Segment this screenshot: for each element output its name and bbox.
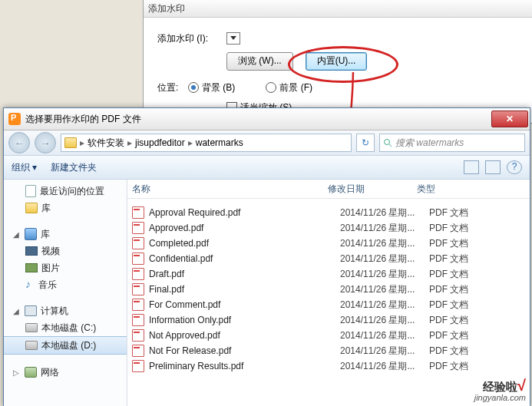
pdf-icon xyxy=(132,206,144,219)
file-name: Draft.pdf xyxy=(149,269,340,279)
tree-libraries-root[interactable]: ◢库 xyxy=(4,226,127,243)
video-icon xyxy=(25,246,38,256)
file-row[interactable]: Approval Required.pdf2014/11/26 星期...PDF… xyxy=(127,205,530,220)
pdf-icon xyxy=(132,268,144,280)
library-icon xyxy=(25,228,37,240)
tree-pictures[interactable]: 图片 xyxy=(4,259,127,276)
col-date[interactable]: 修改日期 xyxy=(328,183,417,196)
file-type: PDF 文档 xyxy=(429,268,491,281)
file-name: Information Only.pdf xyxy=(149,315,340,325)
file-date: 2014/11/26 星期... xyxy=(340,268,429,281)
pdf-icon xyxy=(132,222,144,234)
tree-network[interactable]: ▷网络 xyxy=(4,364,127,381)
tree-recent[interactable]: 最近访问的位置 xyxy=(4,183,127,200)
nav-bar: ← → ▸ 软件安装 ▸ jisupdfeditor ▸ watermarks … xyxy=(4,130,530,156)
chevron-right-icon[interactable]: ▸ xyxy=(78,137,86,148)
file-type: PDF 文档 xyxy=(429,222,491,235)
pdf-icon xyxy=(132,314,144,326)
background-radio[interactable] xyxy=(188,82,199,93)
tree-libraries[interactable]: 库 xyxy=(4,200,127,216)
network-icon xyxy=(25,367,37,378)
position-label: 位置: xyxy=(157,81,188,94)
file-name: Approval Required.pdf xyxy=(149,207,340,218)
site-watermark: 经验啦√ jingyanla.com xyxy=(474,380,526,403)
file-date: 2014/11/26 星期... xyxy=(340,299,429,312)
file-dialog-titlebar[interactable]: 选择要用作水印的 PDF 文件 ✕ xyxy=(4,108,530,130)
tree-drive-d[interactable]: 本地磁盘 (D:) xyxy=(4,336,127,355)
computer-icon xyxy=(25,305,37,316)
file-name: For Comment.pdf xyxy=(149,299,340,310)
file-date: 2014/11/26 星期... xyxy=(340,222,429,235)
chevron-right-icon[interactable]: ▸ xyxy=(126,137,134,148)
file-row[interactable]: For Comment.pdf2014/11/26 星期...PDF 文档 xyxy=(127,297,530,312)
file-row[interactable]: Confidential.pdf2014/11/26 星期...PDF 文档 xyxy=(127,251,530,266)
file-date: 2014/11/26 星期... xyxy=(340,329,429,342)
pdf-icon xyxy=(132,345,144,357)
tree-video[interactable]: 视频 xyxy=(4,243,127,259)
file-row[interactable]: Completed.pdf2014/11/26 星期...PDF 文档 xyxy=(127,236,530,251)
pictures-icon xyxy=(25,263,38,272)
tree-music[interactable]: ♪音乐 xyxy=(4,276,127,293)
nav-back-button[interactable]: ← xyxy=(8,132,30,153)
file-type: PDF 文档 xyxy=(429,329,491,342)
breadcrumb-item[interactable]: 软件安装 xyxy=(88,137,124,150)
nav-forward-button[interactable]: → xyxy=(35,132,56,153)
col-type[interactable]: 类型 xyxy=(417,183,478,196)
col-name[interactable]: 名称 xyxy=(132,183,328,196)
chevron-down-icon: ▾ xyxy=(32,162,37,173)
file-dialog-title: 选择要用作水印的 PDF 文件 xyxy=(25,113,141,126)
chevron-right-icon[interactable]: ▸ xyxy=(187,137,194,148)
pdf-icon xyxy=(132,329,144,342)
watermark-dropdown[interactable] xyxy=(226,32,240,45)
file-row[interactable]: Preliminary Results.pdf2014/11/26 星期...P… xyxy=(127,358,530,374)
pdf-icon xyxy=(132,283,144,295)
toolbar: 组织 ▾ 新建文件夹 ? xyxy=(4,156,530,180)
search-input[interactable]: 搜索 watermarks xyxy=(379,134,525,152)
svg-point-0 xyxy=(385,140,390,145)
help-button[interactable]: ? xyxy=(507,160,522,174)
new-folder-button[interactable]: 新建文件夹 xyxy=(51,161,97,174)
file-row[interactable]: Final.pdf2014/11/26 星期...PDF 文档 xyxy=(127,282,530,297)
breadcrumb-item[interactable]: watermarks xyxy=(196,137,243,148)
file-row[interactable]: Not For Release.pdf2014/11/26 星期...PDF 文… xyxy=(127,343,530,358)
file-date: 2014/11/26 星期... xyxy=(340,345,429,358)
close-button[interactable]: ✕ xyxy=(491,111,528,127)
dialog-title: 添加水印 xyxy=(144,0,532,18)
file-row[interactable]: Information Only.pdf2014/11/26 星期...PDF … xyxy=(127,312,530,328)
foreground-radio[interactable] xyxy=(266,82,276,93)
file-name: Not Approved.pdf xyxy=(149,330,340,341)
collapse-icon[interactable]: ◢ xyxy=(13,230,21,239)
browse-button[interactable]: 浏览 (W)... xyxy=(226,52,293,71)
search-icon xyxy=(383,138,392,147)
drive-icon xyxy=(25,341,38,350)
breadcrumb[interactable]: ▸ 软件安装 ▸ jisupdfeditor ▸ watermarks xyxy=(61,134,352,152)
organize-menu[interactable]: 组织 ▾ xyxy=(12,161,37,174)
file-row[interactable]: Not Approved.pdf2014/11/26 星期...PDF 文档 xyxy=(127,328,530,343)
file-date: 2014/11/26 星期... xyxy=(340,237,429,250)
file-row[interactable]: Draft.pdf2014/11/26 星期...PDF 文档 xyxy=(127,266,530,282)
expand-icon[interactable]: ▷ xyxy=(13,368,21,377)
collapse-icon[interactable]: ◢ xyxy=(13,307,21,315)
file-type: PDF 文档 xyxy=(429,314,491,327)
search-placeholder: 搜索 watermarks xyxy=(395,137,464,150)
file-type: PDF 文档 xyxy=(429,345,491,358)
file-type: PDF 文档 xyxy=(429,253,491,266)
file-name: Preliminary Results.pdf xyxy=(149,361,340,371)
file-type: PDF 文档 xyxy=(429,360,491,373)
preview-pane-button[interactable] xyxy=(485,160,501,174)
file-row[interactable]: Approved.pdf2014/11/26 星期...PDF 文档 xyxy=(127,220,530,236)
folder-icon xyxy=(64,137,77,148)
refresh-button[interactable]: ↻ xyxy=(356,134,375,152)
view-mode-button[interactable] xyxy=(464,160,479,174)
file-date: 2014/11/26 星期... xyxy=(340,283,429,296)
tree-drive-c[interactable]: 本地磁盘 (C:) xyxy=(4,319,127,336)
breadcrumb-item[interactable]: jisupdfeditor xyxy=(135,137,185,148)
file-date: 2014/11/26 星期... xyxy=(340,253,429,266)
file-type: PDF 文档 xyxy=(429,283,491,296)
file-name: Not For Release.pdf xyxy=(149,345,340,356)
add-watermark-label: 添加水印 (I): xyxy=(157,32,226,45)
file-name: Completed.pdf xyxy=(149,238,340,249)
tree-computer[interactable]: ◢计算机 xyxy=(4,302,127,319)
builtin-button[interactable]: 内置(U)... xyxy=(306,52,368,71)
nav-tree: 最近访问的位置 库 ◢库 视频 图片 ♪音乐 ◢计算机 本地磁盘 (C:) 本地… xyxy=(4,180,127,406)
